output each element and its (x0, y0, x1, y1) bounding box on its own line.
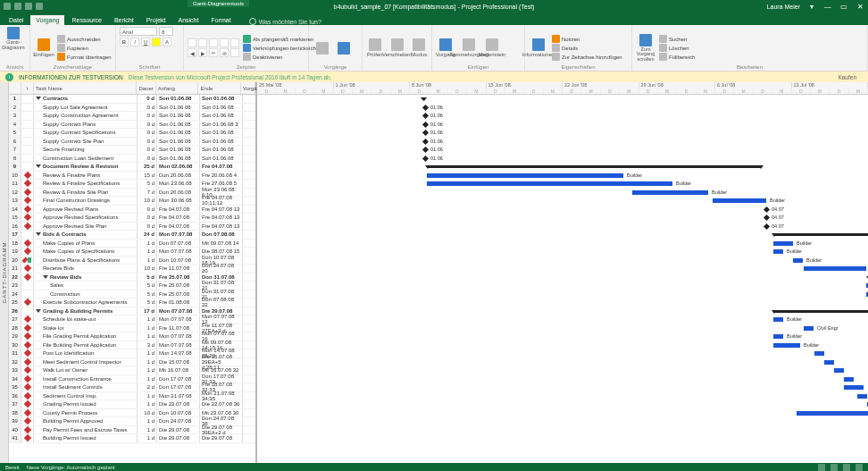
move-button[interactable]: Verschieben (388, 38, 407, 57)
gantt-row[interactable] (257, 290, 868, 299)
gantt-row[interactable]: Builder (257, 189, 868, 198)
table-row[interactable]: 14Approve Revised Plans0 dFre 04.07.08Fr… (9, 206, 255, 214)
gantt-bar[interactable] (773, 334, 783, 339)
table-row[interactable]: 21Receive Bids10 dFre 11.07.08Don 24.07.… (9, 265, 255, 273)
gantt-row[interactable] (257, 366, 868, 375)
milestone-insert-button[interactable]: Meilenstein (482, 38, 502, 57)
table-row[interactable]: 36Sediment Control Insp.1 dMon 21.07.08M… (9, 392, 255, 401)
gantt-row[interactable] (257, 273, 868, 282)
col-start[interactable]: Anfang (156, 82, 199, 94)
table-row[interactable]: 40Pay Permit Fees and Escrow Taxes1 dDie… (9, 426, 255, 435)
gantt-row[interactable]: 01.06 (257, 104, 868, 113)
gantt-row[interactable] (257, 95, 868, 104)
gantt-bar[interactable] (844, 377, 854, 382)
gantt-bar[interactable] (427, 181, 672, 186)
view-shortcut-1[interactable] (818, 464, 825, 471)
qat-redo-icon[interactable] (36, 3, 43, 10)
table-row[interactable]: 7Secure Financing0 dSon 01.06.08Son 01.0… (9, 146, 255, 155)
gantt-row[interactable]: Builder (257, 257, 868, 265)
gantt-bar[interactable] (713, 198, 766, 203)
tell-me[interactable]: Was möchten Sie tun? (249, 17, 321, 25)
table-row[interactable]: 1Contracts0 dSon 01.06.08Son 01.06.08 (9, 95, 255, 104)
gantt-row[interactable]: 01.06 (257, 146, 868, 155)
gantt-chart[interactable]: 25 Mai '081 Jun '088 Jun '0815 Jun '0822… (257, 82, 868, 463)
gantt-row[interactable] (257, 383, 868, 392)
milestone-marker[interactable] (422, 155, 429, 161)
gantt-row[interactable]: 01.06 (257, 138, 868, 147)
gantt-row[interactable]: Builder (257, 197, 868, 206)
tab-task[interactable]: Vorgang (30, 15, 64, 25)
milestone-marker[interactable] (422, 138, 429, 144)
details-button[interactable]: Details (552, 44, 622, 52)
tab-view[interactable]: Ansicht (173, 15, 204, 25)
gantt-row[interactable]: 04.07 (257, 206, 868, 214)
table-row[interactable]: 18Make Copies of Plans1 dDon 07.07.08Mit… (9, 240, 255, 248)
table-row[interactable]: 3Supply Construction Agreement0 dSon 01.… (9, 112, 255, 121)
gantt-row[interactable]: 01.06 (257, 121, 868, 130)
timeline-add-button[interactable]: Zur Zeitachse hinzufügen (552, 53, 622, 61)
milestone-marker[interactable] (764, 223, 770, 229)
gantt-bar[interactable] (857, 394, 867, 399)
format-painter-button[interactable]: Format übertragen (57, 53, 112, 61)
gantt-row[interactable] (257, 265, 868, 273)
close-button[interactable]: ✕ (855, 2, 864, 11)
table-row[interactable]: 10Review & Finalize Plans15 dDon 20.06.0… (9, 172, 255, 181)
gantt-bar[interactable] (773, 310, 868, 313)
inspect-button[interactable]: Prüfen (366, 38, 384, 57)
gantt-bar[interactable] (773, 241, 793, 246)
gantt-bar[interactable] (773, 317, 783, 322)
clear-button[interactable]: Löschen (659, 44, 695, 52)
font-size-combo[interactable]: 8 (159, 27, 173, 36)
italic-button[interactable]: I (130, 38, 139, 46)
table-row[interactable]: 2Supply Lot Sale Agreement0 dSon 01.06.0… (9, 104, 255, 113)
gantt-row[interactable] (257, 358, 868, 367)
gantt-bar[interactable] (793, 258, 803, 263)
gantt-row[interactable]: Builder (257, 332, 868, 341)
gantt-bar[interactable] (773, 343, 800, 348)
tab-format[interactable]: Format (205, 15, 236, 25)
gantt-row[interactable] (257, 434, 868, 443)
gantt-row[interactable]: 04.07 (257, 223, 868, 231)
table-row[interactable]: 9Document Review & Revision25 dMon 02.06… (9, 163, 255, 172)
tab-report[interactable]: Bericht (109, 15, 139, 25)
milestone-marker[interactable] (422, 147, 429, 153)
underline-button[interactable]: U (141, 38, 150, 46)
link-button[interactable]: ∞ (209, 48, 218, 57)
gantt-row[interactable]: 01.06 (257, 155, 868, 164)
view-shortcut-3[interactable] (843, 464, 850, 471)
table-row[interactable]: 6Supply Contract Site Plan0 dSon 01.06.0… (9, 138, 255, 147)
table-row[interactable]: 16Approve Revised Site Plan0 dFre 04.07.… (9, 223, 255, 231)
status-new-tasks-mode[interactable]: Neue Vorgänge: Automatisch geplant (27, 465, 115, 470)
bold-button[interactable]: B (120, 38, 129, 46)
indent-button[interactable]: ▶ (198, 48, 207, 57)
pct-75-button[interactable] (220, 38, 229, 47)
pct-100-button[interactable] (230, 38, 239, 47)
gantt-row[interactable]: Builder (257, 341, 868, 350)
gantt-row[interactable] (257, 231, 868, 240)
pct-25-button[interactable] (198, 38, 207, 47)
tab-resource[interactable]: Ressource (66, 15, 106, 25)
table-row[interactable]: 13Final Construction Drawings10 dMon 30.… (9, 197, 255, 206)
milestone-marker[interactable] (422, 121, 429, 127)
gantt-bar[interactable] (844, 385, 864, 390)
table-row[interactable]: 37Grading Permit Issued1 dDie 22.07.08Di… (9, 400, 255, 409)
gantt-bar[interactable] (773, 233, 868, 236)
milestone-marker[interactable] (422, 130, 429, 136)
milestone-marker[interactable] (422, 113, 429, 119)
gantt-bar[interactable] (427, 165, 762, 168)
gantt-bar[interactable] (804, 326, 814, 331)
gantt-row[interactable] (257, 163, 868, 172)
bg-color-button[interactable] (152, 38, 161, 46)
table-row[interactable]: 8Construction Loan Settlement0 dSon 01.0… (9, 155, 255, 164)
gantt-row[interactable]: Builder (257, 180, 868, 189)
gantt-row[interactable] (257, 409, 868, 418)
fill-button[interactable]: Füllbereich (659, 53, 695, 61)
auto-schedule-button[interactable] (334, 42, 354, 55)
gantt-row[interactable]: 01.06 (257, 112, 868, 121)
gantt-row[interactable] (257, 349, 868, 358)
font-color-button[interactable]: A (163, 38, 171, 46)
unlink-button[interactable]: ⊘ (220, 48, 229, 57)
manual-schedule-button[interactable] (313, 42, 332, 55)
font-name-combo[interactable]: Arial (120, 27, 157, 36)
gantt-row[interactable] (257, 417, 868, 426)
